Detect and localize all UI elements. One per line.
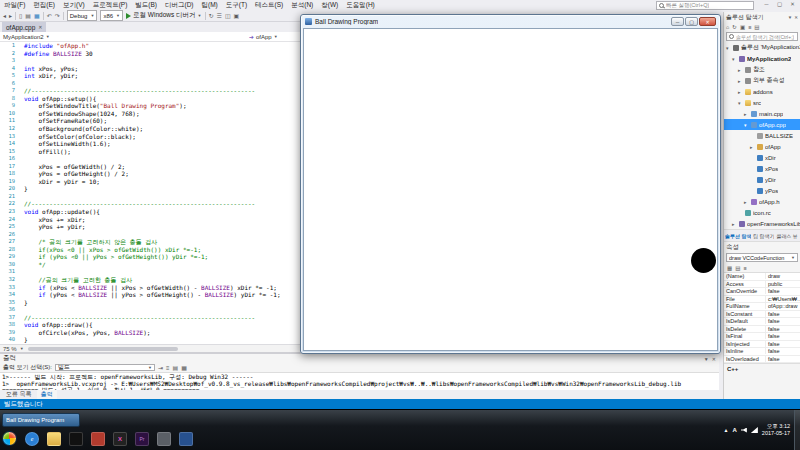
- open-file-icon[interactable]: ▤: [25, 11, 31, 21]
- save-icon[interactable]: ▦: [34, 11, 40, 21]
- tab-ofapp-cpp[interactable]: ofApp.cpp ✕: [2, 22, 46, 32]
- dock-tab[interactable]: 솔루션 탐색기: [725, 233, 751, 239]
- refresh-icon[interactable]: ↻: [732, 24, 737, 30]
- start-debugging-button[interactable]: 로컬 Windows 디버거 ▼: [126, 11, 201, 20]
- quick-launch-box[interactable]: 빠른 실행(Ctrl+Q): [656, 1, 754, 10]
- close-icon[interactable]: ✕: [787, 0, 798, 9]
- bottom-tab[interactable]: 오류 목록: [2, 390, 36, 399]
- clear-all-icon[interactable]: ▤: [173, 364, 179, 371]
- tree-item[interactable]: ▾솔루션 'MyApplication2' (2개 프로젝트): [724, 42, 800, 53]
- dock-tab[interactable]: 클래스 뷰: [776, 233, 797, 239]
- internet-explorer-icon[interactable]: e: [25, 432, 39, 446]
- minimize-button[interactable]: ─: [671, 17, 684, 26]
- property-row[interactable]: IsDeletefalse: [724, 326, 800, 334]
- premiere-icon[interactable]: Pr: [135, 432, 149, 446]
- menu-item[interactable]: 프로젝트(P): [89, 0, 132, 10]
- folder-icon[interactable]: [47, 432, 61, 446]
- tree-item[interactable]: yPos: [724, 185, 800, 196]
- menu-item[interactable]: 도구(T): [222, 0, 251, 10]
- property-row[interactable]: FullNameofApp::draw: [724, 303, 800, 311]
- property-row[interactable]: (Name)draw: [724, 273, 800, 281]
- active-task-button[interactable]: Ball Drawing Program: [2, 413, 80, 427]
- tree-item[interactable]: ▾ofApp.cpp: [724, 119, 800, 130]
- gray-app-icon[interactable]: [157, 432, 171, 446]
- media-player-icon[interactable]: [69, 432, 83, 446]
- close-icon[interactable]: ✕: [712, 356, 716, 362]
- show-all-files-icon[interactable]: ▣: [740, 24, 745, 30]
- collapse-all-icon[interactable]: ≡: [748, 24, 751, 30]
- zoom-control[interactable]: 75 %: [0, 346, 20, 352]
- solution-search-input[interactable]: 솔루션 탐색기 검색(Ctrl+;): [726, 32, 798, 41]
- tree-item[interactable]: icon.rc: [724, 207, 800, 218]
- goto-message-icon[interactable]: ⇥: [158, 364, 163, 371]
- tray-expand-icon[interactable]: ▲: [724, 427, 729, 433]
- property-row[interactable]: IsInjectedfalse: [724, 341, 800, 349]
- property-row[interactable]: IsConstantfalse: [724, 311, 800, 319]
- grid-icon[interactable]: ▣: [234, 11, 240, 21]
- outline-icon[interactable]: ☰: [217, 11, 222, 21]
- solution-explorer-header[interactable]: 솔루션 탐색기 ▼ ✕: [724, 12, 800, 22]
- tree-expander-icon[interactable]: ▸: [738, 78, 743, 84]
- member-dropdown[interactable]: ➜ ofApp▼: [246, 33, 281, 40]
- tree-expander-icon[interactable]: ▾: [738, 100, 743, 106]
- tree-item[interactable]: ▸외부 종속성: [724, 75, 800, 86]
- tree-expander-icon[interactable]: ▸: [738, 67, 743, 73]
- tree-expander-icon[interactable]: ▸: [738, 89, 743, 95]
- tree-expander-icon[interactable]: ▸: [744, 199, 749, 205]
- menu-item[interactable]: 팀(M): [198, 0, 222, 10]
- new-file-icon[interactable]: ▯: [19, 11, 22, 21]
- bottom-tab[interactable]: 출력: [37, 390, 57, 399]
- visual-studio-icon[interactable]: [179, 432, 193, 446]
- menu-item[interactable]: 편집(E): [29, 0, 59, 10]
- tree-item[interactable]: ▸main.cpp: [724, 108, 800, 119]
- show-desktop-button[interactable]: [794, 410, 800, 450]
- tree-expander-icon[interactable]: ▸: [750, 144, 755, 150]
- property-row[interactable]: Accesspublic: [724, 281, 800, 289]
- start-button[interactable]: [2, 431, 17, 446]
- alphabetical-icon[interactable]: ▤: [735, 265, 740, 271]
- tree-item[interactable]: yDir: [724, 174, 800, 185]
- menu-item[interactable]: 빌드(B): [131, 0, 161, 10]
- configuration-dropdown[interactable]: Debug▼: [67, 10, 98, 21]
- property-row[interactable]: IsOverloadedfalse: [724, 356, 800, 364]
- property-pages-icon[interactable]: ≡: [743, 265, 746, 271]
- maximize-button[interactable]: ▢: [685, 17, 698, 26]
- tree-item[interactable]: ▾src: [724, 97, 800, 108]
- property-row[interactable]: CanOverridefalse: [724, 288, 800, 296]
- properties-object-dropdown[interactable]: draw VCCodeFunction ▼: [726, 253, 798, 262]
- tree-expander-icon[interactable]: ▾: [744, 122, 749, 128]
- scrollbar-thumb[interactable]: [28, 347, 178, 351]
- undo-icon[interactable]: ↶: [47, 11, 52, 21]
- tree-expander-icon[interactable]: ▾: [726, 45, 731, 51]
- chevron-down-icon[interactable]: ▼: [788, 15, 792, 20]
- x-app-icon[interactable]: X: [113, 432, 127, 446]
- panels-icon[interactable]: ◫: [225, 11, 231, 21]
- forward-icon[interactable]: ▸: [9, 11, 12, 21]
- close-icon[interactable]: ✕: [794, 15, 798, 20]
- taskbar-clock[interactable]: 오후 3:12 2017-05-17: [762, 423, 790, 437]
- tree-item[interactable]: ▸ofApp: [724, 141, 800, 152]
- menu-item[interactable]: 테스트(S): [251, 0, 287, 10]
- ime-language-icon[interactable]: A: [733, 427, 737, 433]
- maximize-icon[interactable]: ▢: [774, 0, 785, 9]
- chevron-down-icon[interactable]: ▼: [704, 356, 709, 362]
- tree-expander-icon[interactable]: ▾: [732, 56, 737, 62]
- menu-item[interactable]: 파일(F): [0, 0, 29, 10]
- properties-icon[interactable]: ▤: [754, 24, 759, 30]
- categorized-icon[interactable]: ▦: [727, 265, 732, 271]
- property-row[interactable]: IsInlinefalse: [724, 348, 800, 356]
- output-source-dropdown[interactable]: 빌드 ▼: [55, 364, 155, 371]
- menu-item[interactable]: 도움말(H): [342, 0, 379, 10]
- tree-item[interactable]: ▾MyApplication2: [724, 53, 800, 64]
- dock-tab[interactable]: 팀 탐색기: [753, 233, 774, 239]
- menu-item[interactable]: 디버그(D): [161, 0, 198, 10]
- volume-icon[interactable]: [741, 428, 747, 433]
- back-icon[interactable]: ◂: [3, 11, 6, 21]
- app-window-titlebar[interactable]: Ball Drawing Program ─ ▢ ✕: [301, 15, 720, 28]
- property-row[interactable]: Filec:₩Users₩…: [724, 296, 800, 304]
- tree-item[interactable]: ▸openFrameworksLib: [724, 218, 800, 229]
- tree-item[interactable]: xPos: [724, 163, 800, 174]
- menu-item[interactable]: 분석(N): [287, 0, 317, 10]
- refresh-icon[interactable]: ↻: [209, 11, 214, 21]
- property-row[interactable]: IsFinalfalse: [724, 333, 800, 341]
